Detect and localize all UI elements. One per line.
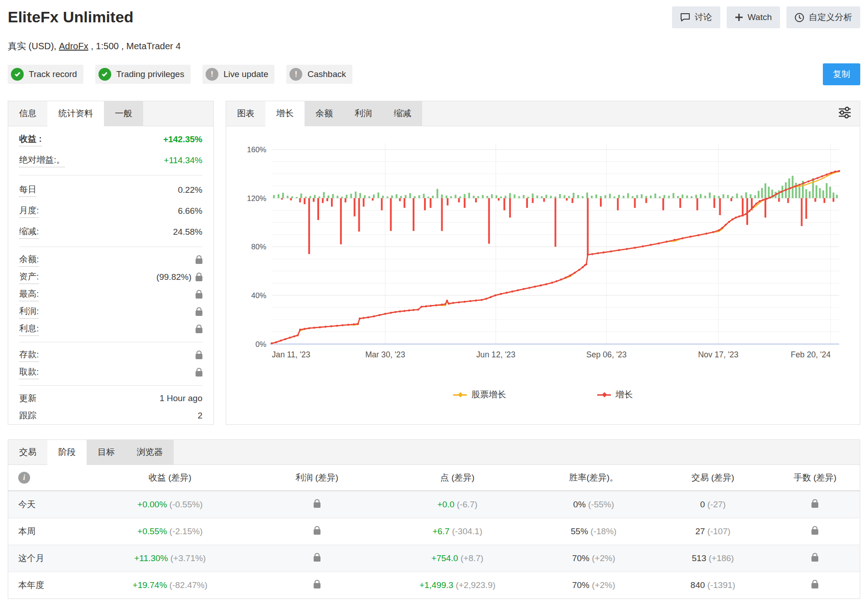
winrate-cell: 0% (-55%) <box>532 500 656 510</box>
growth-point <box>362 317 365 319</box>
winrate-value: 0% <box>573 500 585 509</box>
drawdown-bar <box>413 198 414 231</box>
growth-point <box>798 184 801 186</box>
daily-gain-bar <box>409 193 411 198</box>
gain-value: +0.55% <box>137 526 167 536</box>
daily-gain-bar <box>396 194 398 198</box>
column-header: 手数 (差异) <box>770 472 860 484</box>
daily-gain-bar <box>296 197 298 198</box>
growth-point <box>650 244 652 246</box>
daily-gain-bar <box>795 183 797 198</box>
header-action-watch[interactable]: Watch <box>727 6 780 28</box>
growth-point <box>330 325 332 327</box>
stat-row: 余额: <box>19 251 202 268</box>
broker-link[interactable]: AdroFx <box>59 41 88 51</box>
daily-gain-bar <box>586 192 588 198</box>
stat-value-text: +114.34% <box>164 155 202 165</box>
drawdown-bar <box>526 198 528 208</box>
growth-point <box>413 309 415 311</box>
info-tab-信息[interactable]: 信息 <box>8 101 47 126</box>
daily-gain-bar <box>736 194 738 198</box>
legend-item-股票增长[interactable]: 股票增长 <box>453 389 506 401</box>
growth-point <box>812 179 814 181</box>
stat-row: 跟踪2 <box>19 407 202 424</box>
daily-gain-bar <box>682 195 683 198</box>
chart-tab-图表[interactable]: 图表 <box>226 101 265 126</box>
pips-cell: +754.0 (+8.7) <box>383 553 532 563</box>
growth-point <box>441 304 443 306</box>
badge-label: Trading privileges <box>116 69 184 79</box>
header-action-custom-analysis[interactable]: 自定义分析 <box>786 6 860 28</box>
header-actions: 讨论Watch自定义分析 <box>672 6 860 28</box>
info-tab-一般[interactable]: 一般 <box>104 101 143 126</box>
growth-point <box>738 215 740 217</box>
growth-point <box>769 196 771 199</box>
daily-gain-bar <box>336 196 338 198</box>
daily-gain-bar <box>418 195 420 198</box>
daily-gain-bar <box>468 193 470 198</box>
daily-gain-bar <box>368 196 370 198</box>
growth-point <box>275 341 278 343</box>
growth-point <box>569 274 571 277</box>
stat-label: 资产: <box>19 270 39 284</box>
legend-item-增长[interactable]: 增长 <box>597 389 633 401</box>
chart-tab-增长[interactable]: 增长 <box>265 101 305 126</box>
drawdown-bar <box>509 198 511 218</box>
chart-settings-button[interactable] <box>830 101 860 126</box>
periods-tab-浏览器[interactable]: 浏览器 <box>126 440 174 464</box>
stat-label: 最高: <box>19 288 39 301</box>
daily-gain-bar <box>768 187 770 198</box>
pips-value: +0.0 <box>437 500 455 509</box>
stat-value-text: 1 Hour ago <box>160 393 202 403</box>
growth-point <box>403 310 406 312</box>
periods-tab-阶段[interactable]: 阶段 <box>47 440 87 465</box>
chart-tab-缩减[interactable]: 缩减 <box>383 101 422 126</box>
daily-gain-bar <box>646 196 647 198</box>
growth-point <box>765 198 768 200</box>
lock-icon <box>811 502 818 508</box>
lock-icon <box>196 258 202 264</box>
daily-gain-bar <box>387 196 388 198</box>
stat-row: 存款: <box>19 346 202 364</box>
growth-point <box>367 316 369 319</box>
daily-gain-bar <box>659 196 661 198</box>
drawdown-bar <box>587 198 589 255</box>
drawdown-bar <box>572 198 574 203</box>
drawdown-bar <box>832 198 834 202</box>
trades-cell: 27 (-107) <box>656 526 770 537</box>
divider <box>19 385 202 386</box>
periods-tab-交易[interactable]: 交易 <box>8 440 47 464</box>
drawdown-bar <box>464 198 465 208</box>
growth-point <box>297 334 299 336</box>
info-icon[interactable]: i <box>18 472 30 484</box>
x-axis-tick: Nov 17, '23 <box>698 350 739 359</box>
winrate-value: 70% <box>572 580 589 590</box>
pips-cell: +6.7 (-304.1) <box>383 526 532 537</box>
stat-row: 月度:6.66% <box>19 201 202 222</box>
drawdown-bar <box>498 198 500 201</box>
info-tab-统计资料[interactable]: 统计资料 <box>47 101 104 126</box>
profit-cell <box>251 580 383 591</box>
copy-button[interactable]: 复制 <box>823 63 860 85</box>
daily-gain-bar <box>500 196 502 198</box>
periods-tab-目标[interactable]: 目标 <box>87 440 126 464</box>
growth-point <box>319 326 321 329</box>
chat-icon <box>680 13 690 22</box>
growth-point <box>582 266 584 268</box>
legend-swatch <box>453 394 467 396</box>
lock-icon <box>196 328 202 333</box>
daily-gain-bar <box>650 196 651 198</box>
account-type: 真实 (USD), <box>8 41 59 51</box>
chart-tab-余额[interactable]: 余额 <box>305 101 344 126</box>
growth-point <box>448 303 450 305</box>
growth-point <box>712 231 714 233</box>
header-action-discuss[interactable]: 讨论 <box>672 6 720 28</box>
period-label: 本周 <box>8 526 89 537</box>
daily-gain-bar <box>382 196 384 198</box>
drawdown-bar <box>806 198 807 219</box>
gain-value: +19.74% <box>133 580 167 590</box>
chart-tab-利润[interactable]: 利润 <box>344 101 383 126</box>
periods-header-info: i <box>8 472 89 484</box>
growth-point <box>313 327 315 329</box>
daily-gain-bar <box>754 195 756 198</box>
